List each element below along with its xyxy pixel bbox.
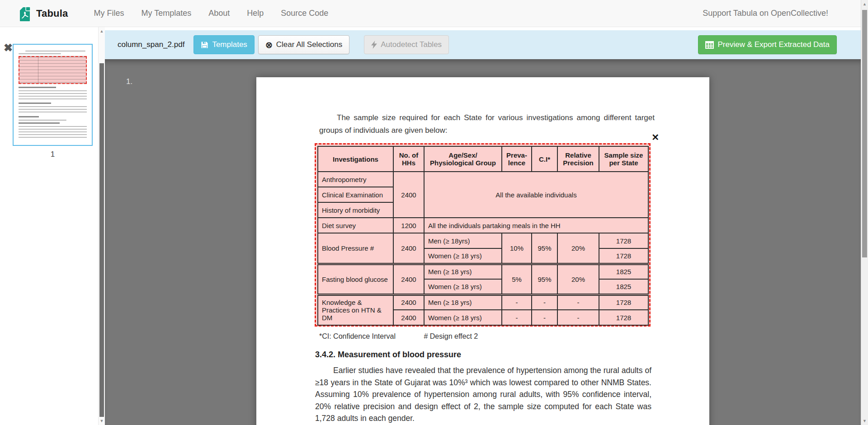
thumbnail-heading-line — [19, 87, 56, 88]
toolbar: column_span_2.pdf Templates ⊗ Clear All … — [105, 30, 861, 59]
section-heading: 3.4.2. Measurement of blood pressure — [315, 350, 461, 360]
table-column-header: C.I* — [532, 146, 557, 172]
thumbnail-text-block — [19, 90, 87, 100]
pdf-page: The sample size required for each State … — [256, 77, 709, 425]
table-cell: Women (≥ 18 yrs) — [424, 310, 502, 325]
footnote-design-effect: # Design effect 2 — [424, 332, 478, 340]
table-cell: - — [502, 310, 532, 325]
window-scrollbar-thumb[interactable] — [862, 10, 867, 257]
table-cell: - — [532, 310, 557, 325]
lightning-bolt-icon — [371, 41, 377, 49]
footnote-ci: *CI: Confidence Interval — [319, 332, 396, 340]
scroll-up-icon[interactable]: ▲ — [99, 29, 105, 33]
table-column-header: Preva- lence — [502, 146, 532, 172]
templates-icon — [201, 41, 208, 49]
table-cell: Women (≥ 18 yrs) — [424, 279, 502, 294]
table-footnotes: *CI: Confidence Interval # Design effect… — [319, 332, 504, 341]
table-cell: Men (≥ 18yrs) — [424, 233, 502, 248]
clear-button-label: Clear All Selections — [276, 40, 342, 49]
scroll-down-icon[interactable]: ▼ — [861, 419, 868, 423]
table-cell: - — [557, 294, 599, 310]
clear-circle-x-icon: ⊗ — [265, 41, 273, 49]
table-cell: 1728 — [599, 294, 648, 310]
table-cell: Diet survey — [318, 218, 393, 233]
nav-item-my-files[interactable]: My Files — [85, 9, 132, 18]
thumbnail-heading-line — [19, 122, 60, 124]
table-selection-overlay[interactable]: ✕ InvestigationsNo. of HHsAge/Sex/ Physi… — [315, 143, 651, 327]
document-intro-text: The sample size required for each State … — [319, 112, 655, 137]
table-cell: 1200 — [393, 218, 424, 233]
selection-close-icon[interactable]: ✕ — [651, 132, 659, 143]
table-cell: All the available individuals — [424, 172, 648, 218]
nav-links: My Files My Templates About Help Source … — [85, 9, 337, 18]
table-cell: All the individuals partaking meals in t… — [424, 218, 648, 233]
thumbnail-page-number: 1 — [13, 150, 93, 159]
table-cell: Anthropometry — [318, 172, 393, 187]
table-cell: 10% — [502, 233, 532, 264]
thumbnail-heading-line — [19, 103, 51, 104]
table-cell: 95% — [532, 264, 557, 294]
templates-button[interactable]: Templates — [193, 35, 254, 54]
table-cell: 1728 — [599, 310, 648, 325]
brand-link[interactable]: Tabula — [18, 5, 68, 22]
table-cell: Fasting blood glucose — [318, 264, 393, 294]
table-cell: - — [502, 294, 532, 310]
table-cell: Blood Pressure # — [318, 233, 393, 264]
thumbnail-heading-line — [19, 116, 39, 117]
table-row: Fasting blood glucose2400Men (≥ 18 yrs)5… — [318, 264, 648, 279]
page-thumbnail[interactable] — [13, 44, 93, 146]
table-cell: 20% — [557, 264, 599, 294]
table-cell: 95% — [532, 233, 557, 264]
thumbnail-selection-preview — [19, 56, 87, 84]
thumbnail-text-line — [19, 120, 66, 121]
table-cell: Women (≥ 18 yrs) — [424, 248, 502, 264]
sidebar-scrollbar-thumb[interactable] — [99, 63, 104, 417]
nav-item-source-code[interactable]: Source Code — [272, 9, 337, 18]
table-column-header: Sample size per State — [599, 146, 648, 172]
nav-item-about[interactable]: About — [200, 9, 238, 18]
clear-all-selections-button[interactable]: ⊗ Clear All Selections — [258, 35, 349, 54]
table-row: Blood Pressure #2400Men (≥ 18yrs)10%95%2… — [318, 233, 648, 248]
preview-export-button[interactable]: Preview & Export Extracted Data — [698, 35, 837, 54]
section-paragraph: Earlier studies have revealed that the p… — [315, 364, 651, 425]
autodetect-tables-button[interactable]: Autodetect Tables — [364, 35, 449, 54]
table-cell: - — [532, 294, 557, 310]
window-scrollbar[interactable]: ▲ ▼ — [861, 0, 868, 425]
nav-item-my-templates[interactable]: My Templates — [132, 9, 200, 18]
autodetect-button-label: Autodetect Tables — [381, 40, 442, 49]
table-cell: Men (≥ 18 yrs) — [424, 264, 502, 279]
thumbnail-text-block — [19, 106, 87, 114]
table-cell: 1728 — [599, 248, 648, 264]
export-button-label: Preview & Export Extracted Data — [717, 40, 830, 49]
table-cell: 1825 — [599, 279, 648, 294]
nav-item-help[interactable]: Help — [238, 9, 272, 18]
remove-file-icon[interactable]: ✖ — [4, 42, 13, 54]
table-cell: - — [557, 310, 599, 325]
table-cell: 1825 — [599, 264, 648, 279]
thumbnail-text-block — [19, 126, 87, 138]
brand-title: Tabula — [36, 8, 68, 19]
sidebar-scrollbar[interactable]: ▲ ▼ — [98, 27, 105, 425]
thumbnail-sidebar: ✖ 1 ▲ ▼ — [0, 27, 105, 425]
table-cell: 2400 — [393, 310, 424, 325]
tabula-logo-icon — [18, 5, 32, 22]
table-cell: 5% — [502, 264, 532, 294]
table-row: Diet survey1200All the individuals parta… — [318, 218, 648, 233]
thumbnail-text-line — [19, 53, 61, 54]
table-cell: Clinical Examination — [318, 187, 393, 202]
table-cell: 2400 — [393, 294, 424, 310]
scroll-up-icon[interactable]: ▲ — [861, 2, 868, 6]
table-cell: 20% — [557, 233, 599, 264]
pdf-viewer: 1. The sample size required for each Sta… — [105, 59, 861, 425]
document-table: InvestigationsNo. of HHsAge/Sex/ Physiol… — [317, 146, 649, 326]
table-column-header: Relative Precision — [557, 146, 599, 172]
table-header-row: InvestigationsNo. of HHsAge/Sex/ Physiol… — [318, 146, 648, 172]
table-cell: 2400 — [393, 264, 424, 294]
table-cell: Knowledge & Practices on HTN & DM — [318, 294, 393, 325]
support-link[interactable]: Support Tabula on OpenCollective! — [703, 9, 828, 18]
thumbnail-text-line — [25, 51, 85, 51]
scroll-down-icon[interactable]: ▼ — [99, 419, 105, 423]
table-column-header: Investigations — [318, 146, 393, 172]
table-column-header: No. of HHs — [393, 146, 424, 172]
filename-label: column_span_2.pdf — [118, 40, 184, 49]
